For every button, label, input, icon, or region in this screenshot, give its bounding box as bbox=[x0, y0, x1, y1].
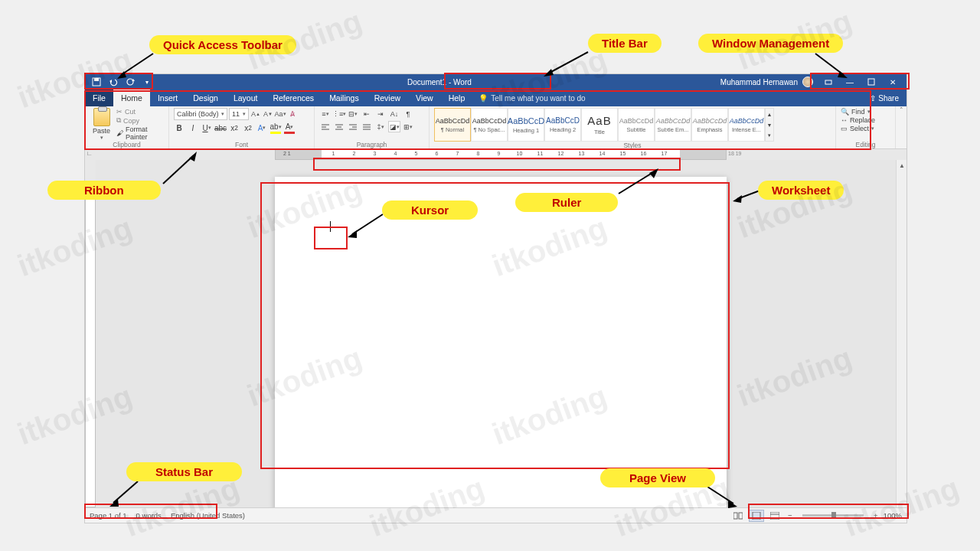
word-count[interactable]: 0 words bbox=[136, 511, 162, 520]
line-spacing-icon[interactable]: ‡▾ bbox=[374, 121, 387, 132]
styles-gallery[interactable]: AaBbCcDd¶ Normal AaBbCcDd¶ No Spac... Aa… bbox=[434, 108, 831, 142]
read-mode-icon[interactable] bbox=[730, 510, 746, 522]
align-left-icon[interactable] bbox=[319, 121, 332, 132]
group-label-paragraph: Paragraph bbox=[319, 141, 424, 148]
print-layout-icon[interactable] bbox=[749, 510, 764, 522]
ruler-overflow: 18 19 bbox=[728, 151, 742, 156]
minimize-icon[interactable]: ― bbox=[839, 74, 861, 90]
multilevel-icon[interactable]: ⊟▾ bbox=[347, 108, 359, 119]
replace-button[interactable]: ↔Replace bbox=[841, 116, 890, 124]
tab-references[interactable]: References bbox=[265, 90, 322, 106]
status-bar: Page 1 of 1 0 words English (United Stat… bbox=[85, 507, 906, 523]
subscript-button[interactable]: x2 bbox=[229, 122, 240, 134]
tab-file[interactable]: File bbox=[85, 90, 113, 106]
grow-font-icon[interactable]: A▲ bbox=[250, 108, 261, 120]
tab-view[interactable]: View bbox=[408, 90, 441, 106]
style-heading2[interactable]: AaBbCcDHeading 2 bbox=[544, 108, 581, 142]
font-name-select[interactable]: Calibri (Body)▾ bbox=[174, 108, 227, 120]
user-name: Muhammad Hernawan bbox=[720, 78, 798, 86]
zoom-level[interactable]: 100% bbox=[884, 511, 902, 520]
font-color-icon[interactable]: A▾ bbox=[284, 122, 295, 134]
web-layout-icon[interactable] bbox=[767, 510, 782, 522]
tab-help[interactable]: Help bbox=[441, 90, 473, 106]
align-center-icon[interactable] bbox=[333, 121, 345, 132]
format-painter-button[interactable]: 🖌Format Painter bbox=[116, 126, 164, 141]
styles-scroll-up-icon[interactable]: ▲ bbox=[766, 109, 773, 119]
show-marks-icon[interactable]: ¶ bbox=[402, 108, 414, 119]
zoom-in-icon[interactable]: + bbox=[871, 511, 880, 520]
style-normal[interactable]: AaBbCcDd¶ Normal bbox=[434, 108, 471, 142]
italic-button[interactable]: I bbox=[188, 122, 198, 134]
underline-button[interactable]: U▾ bbox=[201, 122, 212, 134]
ruler-area: ∟ 1234567891011121314151617 2 1 18 19 bbox=[85, 149, 906, 160]
sort-icon[interactable]: A↓ bbox=[388, 108, 400, 119]
vertical-scrollbar[interactable]: ▲ bbox=[896, 160, 906, 507]
decrease-indent-icon[interactable]: ⇤ bbox=[361, 108, 373, 119]
scroll-up-icon[interactable]: ▲ bbox=[897, 160, 906, 171]
save-icon[interactable] bbox=[91, 77, 102, 87]
tab-design[interactable]: Design bbox=[185, 90, 226, 106]
group-font: Calibri (Body)▾ 11▾ A▲ A▼ Aa▾ A̷ B I U▾ … bbox=[169, 106, 315, 148]
svg-rect-6 bbox=[868, 79, 874, 85]
maximize-icon[interactable] bbox=[861, 74, 882, 90]
font-size-select[interactable]: 11▾ bbox=[229, 108, 249, 120]
cut-button[interactable]: ✂Cut bbox=[116, 108, 164, 116]
shrink-font-icon[interactable]: A▼ bbox=[263, 108, 273, 120]
language[interactable]: English (United States) bbox=[171, 511, 245, 520]
copy-button[interactable]: ⧉Copy bbox=[116, 116, 164, 125]
undo-icon[interactable] bbox=[108, 77, 119, 87]
strikethrough-button[interactable]: abc bbox=[215, 122, 226, 134]
tab-layout[interactable]: Layout bbox=[226, 90, 266, 106]
bullets-icon[interactable]: ≡▾ bbox=[319, 108, 332, 119]
paste-button[interactable]: Paste ▾ bbox=[90, 108, 113, 141]
style-title[interactable]: AaBTitle bbox=[581, 108, 618, 142]
tab-review[interactable]: Review bbox=[367, 90, 408, 106]
ribbon-display-icon[interactable] bbox=[818, 74, 839, 90]
bold-button[interactable]: B bbox=[174, 122, 185, 134]
style-subtitle[interactable]: AaBbCcDdSubtitle bbox=[618, 108, 655, 142]
horizontal-ruler[interactable]: 1234567891011121314151617 2 1 bbox=[275, 149, 727, 160]
collapse-ribbon-icon[interactable]: ˄ bbox=[896, 106, 906, 148]
zoom-out-icon[interactable]: − bbox=[786, 511, 795, 520]
shading-icon[interactable]: ◪▾ bbox=[388, 121, 400, 132]
ribbon-tabs: File Home Insert Design Layout Reference… bbox=[85, 90, 906, 106]
numbering-icon[interactable]: ⋮≡▾ bbox=[333, 108, 345, 119]
text-effects-icon[interactable]: A▾ bbox=[256, 122, 267, 134]
style-emphasis[interactable]: AaBbCcDdEmphasis bbox=[691, 108, 728, 142]
style-intense-emphasis[interactable]: AaBbCcDdIntense E... bbox=[728, 108, 765, 142]
change-case-icon[interactable]: Aa▾ bbox=[275, 108, 286, 120]
tab-home[interactable]: Home bbox=[113, 90, 150, 106]
copy-icon: ⧉ bbox=[116, 116, 121, 125]
select-button[interactable]: ▭Select▾ bbox=[841, 125, 890, 132]
page-number[interactable]: Page 1 of 1 bbox=[90, 511, 127, 520]
tab-selector-icon[interactable]: ∟ bbox=[87, 150, 93, 157]
superscript-button[interactable]: x2 bbox=[243, 122, 253, 134]
share-button[interactable]: ⇪ Share bbox=[862, 90, 906, 106]
clear-format-icon[interactable]: A̷ bbox=[287, 108, 298, 120]
tab-mailings[interactable]: Mailings bbox=[322, 90, 367, 106]
lightbulb-icon: 💡 bbox=[479, 94, 488, 103]
align-right-icon[interactable] bbox=[347, 121, 359, 132]
increase-indent-icon[interactable]: ⇥ bbox=[374, 108, 387, 119]
highlight-icon[interactable]: ab▾ bbox=[270, 122, 281, 134]
title-bar: ▾ Document1 - Word Muhammad Hernawan ― ✕ bbox=[85, 74, 906, 90]
style-subtle-emphasis[interactable]: AaBbCcDdSubtle Em... bbox=[655, 108, 691, 142]
tell-me-search[interactable]: 💡 Tell me what you want to do bbox=[472, 90, 585, 106]
tab-insert[interactable]: Insert bbox=[150, 90, 185, 106]
style-heading1[interactable]: AaBbCcDHeading 1 bbox=[508, 108, 544, 142]
group-editing: 🔍Find▾ ↔Replace ▭Select▾ Editing bbox=[836, 106, 896, 148]
find-button[interactable]: 🔍Find▾ bbox=[841, 108, 890, 116]
ribbon: Paste ▾ ✂Cut ⧉Copy 🖌Format Painter Clipb… bbox=[85, 106, 906, 149]
zoom-slider[interactable] bbox=[802, 514, 864, 517]
customize-qat-icon[interactable]: ▾ bbox=[142, 77, 152, 87]
redo-icon[interactable] bbox=[125, 77, 136, 87]
page[interactable] bbox=[275, 177, 727, 507]
style-no-spacing[interactable]: AaBbCcDd¶ No Spac... bbox=[471, 108, 508, 142]
vertical-ruler[interactable] bbox=[85, 160, 96, 507]
styles-scroll-down-icon[interactable]: ▼ bbox=[766, 119, 773, 130]
borders-icon[interactable]: ⊞▾ bbox=[402, 121, 414, 132]
close-icon[interactable]: ✕ bbox=[882, 74, 903, 90]
styles-more-icon[interactable]: ▾ bbox=[766, 130, 773, 141]
justify-icon[interactable] bbox=[361, 121, 373, 132]
avatar[interactable] bbox=[802, 77, 813, 87]
